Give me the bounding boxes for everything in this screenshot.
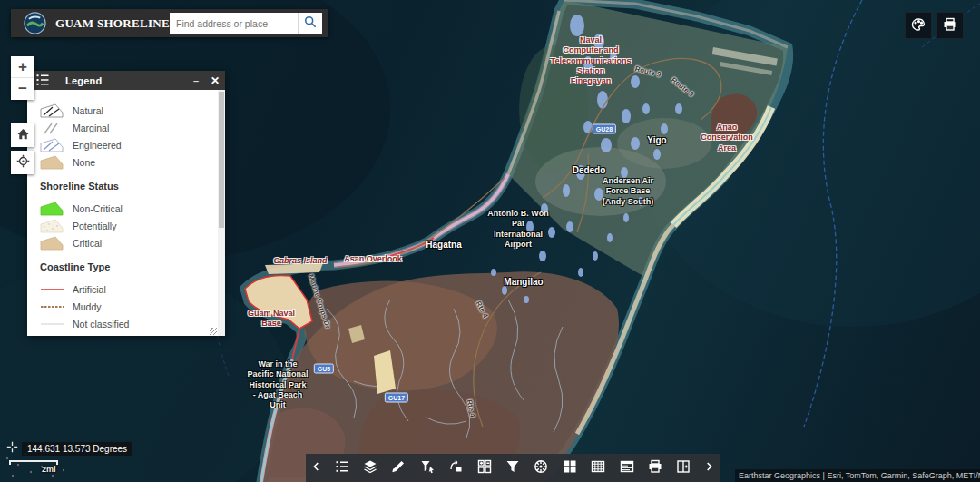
print-icon (943, 17, 957, 34)
map-label: Anao Conservation Area (701, 123, 753, 153)
draw-icon (391, 459, 406, 477)
map-label: Antonio B. Won Pat International Airport (487, 209, 548, 250)
chevron-right-icon (702, 460, 715, 476)
legend-item: Critical (40, 234, 218, 251)
globe-logo-icon (24, 12, 46, 34)
legend-icon (335, 459, 349, 477)
palette-button[interactable] (905, 12, 932, 39)
legend-item: Marginal (40, 119, 218, 136)
bookmark-icon (676, 459, 691, 477)
map-attribution: Earthstar Geographics | Esri, TomTom, Ga… (735, 469, 980, 482)
legend-close-button[interactable]: ✕ (205, 74, 225, 87)
legend-item-label: Natural (73, 105, 103, 116)
legend-panel-header[interactable]: Legend – ✕ (27, 71, 225, 90)
tool-print-button[interactable] (641, 454, 669, 482)
legend-item: Artificial (40, 280, 218, 298)
legend-item: None (40, 153, 218, 171)
search-box (170, 13, 322, 34)
widget-toolbar (306, 454, 720, 482)
legend-list-icon (35, 73, 50, 89)
tool-draw-button[interactable] (385, 454, 413, 482)
map-label: Dededo (573, 165, 606, 176)
tool-report-button[interactable] (612, 454, 641, 482)
locate-button[interactable] (11, 151, 34, 174)
print-button[interactable] (936, 12, 964, 39)
legend-item-label: Critical (73, 238, 102, 249)
chevron-left-button[interactable] (306, 454, 328, 482)
filter-icon (505, 459, 520, 477)
search-input[interactable] (170, 13, 298, 34)
legend-swatch-hatch-thin (40, 121, 64, 135)
coordinates-value: 144.631 13.573 Degrees (22, 442, 132, 456)
home-button[interactable] (11, 123, 34, 147)
legend-swatch-line-light (40, 317, 64, 331)
map-label: Andersen Air Force Base (Andy South) (603, 176, 654, 207)
search-icon (304, 15, 317, 31)
zoom-in-button[interactable]: + (11, 56, 34, 78)
legend-item: Natural (40, 102, 218, 119)
map-label: Naval Computer and Telecommunications St… (551, 35, 632, 86)
legend-panel-title: Legend (65, 75, 102, 86)
zoom-out-button[interactable]: − (11, 78, 34, 100)
tool-attribute-table-button[interactable] (584, 454, 612, 482)
legend-minimize-button[interactable]: – (187, 75, 205, 86)
layers-icon (363, 459, 377, 477)
add-data-icon (477, 459, 492, 477)
legend-item: Rocky (40, 332, 218, 336)
chevron-right-button[interactable] (698, 454, 720, 482)
map-label: Cabras Island (273, 256, 327, 265)
app-header: GUAM SHORELINE ATLAS (11, 9, 328, 37)
legend-scroll-thumb[interactable] (219, 92, 224, 228)
tool-basemap-gallery-button[interactable] (555, 454, 583, 482)
legend-swatch-fill-green (40, 202, 64, 216)
legend-swatch-hatch-dark (40, 103, 64, 118)
legend-swatch-fill-tan (40, 155, 64, 170)
legend-swatch-line-dark (40, 334, 64, 337)
chevron-left-icon (310, 460, 323, 476)
legend-panel: Legend – ✕ NaturalMarginalEngineeredNone… (27, 71, 225, 336)
tool-filter-button[interactable] (498, 454, 526, 482)
map-label: Asan Overlook (344, 254, 402, 264)
tool-legend-button[interactable] (328, 454, 356, 482)
tool-bookmark-button[interactable] (670, 454, 698, 482)
tool-add-data-button[interactable] (470, 454, 498, 482)
report-icon (620, 459, 634, 477)
legend-item-label: None (73, 157, 95, 168)
legend-swatch-line-dash-brown (40, 300, 64, 314)
legend-item: Muddy (40, 298, 218, 315)
legend-item-label: Non-Critical (73, 203, 122, 214)
legend-scrollbar[interactable] (218, 90, 225, 336)
legend-item: Non-Critical (40, 200, 218, 217)
swipe-icon (448, 459, 463, 477)
tool-near-me-button[interactable] (527, 454, 555, 482)
legend-item-label: Engineered (73, 140, 122, 151)
legend-swatch-hatch-blue (40, 138, 64, 152)
legend-swatch-fill-speckle (40, 219, 64, 233)
tool-select-button[interactable] (413, 454, 441, 482)
map-label: Yigo (647, 135, 666, 146)
legend-item-label: Not classified (73, 319, 129, 330)
locate-icon (16, 154, 30, 171)
zoom-control: + − (11, 56, 34, 100)
scale-bar-label: 2mi (42, 465, 56, 474)
search-button[interactable] (298, 13, 322, 34)
legend-resize-handle[interactable] (210, 328, 217, 335)
tool-layers-button[interactable] (356, 454, 384, 482)
legend-section-heading: Shoreline Status (40, 181, 218, 192)
route-shield: GU5 (314, 364, 334, 374)
crosshair-icon[interactable] (6, 440, 18, 457)
top-right-tools (905, 12, 964, 39)
select-icon (420, 459, 435, 477)
attribute-table-icon (591, 459, 605, 477)
map-label: Hagatna (426, 240, 461, 251)
near-me-icon (534, 459, 548, 477)
legend-swatch-line-red (40, 282, 64, 297)
home-icon (16, 127, 30, 143)
legend-body: NaturalMarginalEngineeredNoneShoreline S… (27, 90, 218, 336)
legend-item-label: Potentially (73, 221, 116, 231)
legend-swatch-fill-tan (40, 236, 64, 251)
route-shield: GU28 (593, 124, 616, 134)
palette-icon (911, 17, 926, 34)
legend-item-label: Muddy (73, 301, 102, 312)
tool-swipe-button[interactable] (442, 454, 470, 482)
